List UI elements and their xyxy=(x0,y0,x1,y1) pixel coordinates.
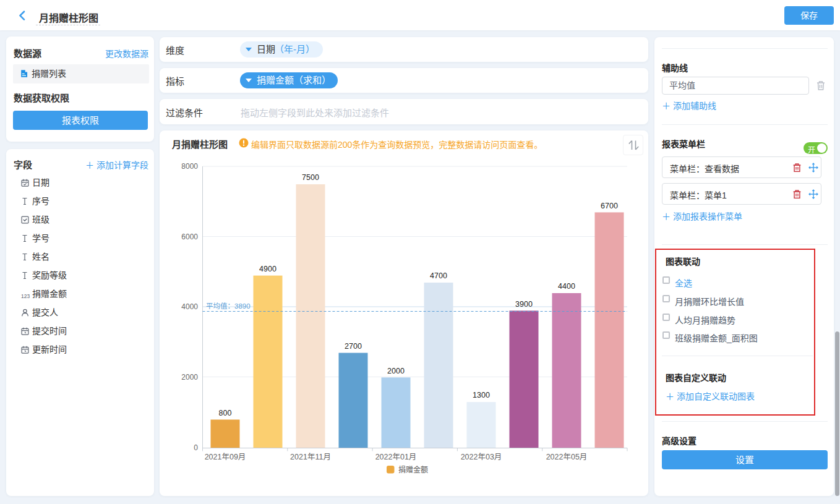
svg-text:2021年11月: 2021年11月 xyxy=(290,453,331,461)
svg-text:4900: 4900 xyxy=(259,265,276,273)
svg-text:2700: 2700 xyxy=(345,342,362,351)
svg-text:2022年03月: 2022年03月 xyxy=(461,453,502,461)
svg-text:3900: 3900 xyxy=(515,300,533,309)
svg-text:4700: 4700 xyxy=(430,271,447,280)
svg-text:6700: 6700 xyxy=(601,202,618,210)
svg-text:2000: 2000 xyxy=(181,373,198,382)
svg-text:2022年05月: 2022年05月 xyxy=(546,453,588,461)
svg-text:2022年01月: 2022年01月 xyxy=(375,453,417,461)
svg-text:捐赠金额: 捐赠金额 xyxy=(398,465,428,474)
svg-text:4400: 4400 xyxy=(558,282,575,291)
svg-text:1300: 1300 xyxy=(473,391,490,399)
svg-text:6000: 6000 xyxy=(181,233,198,241)
svg-text:8000: 8000 xyxy=(181,162,198,171)
svg-text:2021年09月: 2021年09月 xyxy=(205,453,246,461)
svg-text:2000: 2000 xyxy=(387,367,405,375)
svg-text:0: 0 xyxy=(194,443,198,452)
svg-text:7500: 7500 xyxy=(302,173,319,182)
svg-text:4000: 4000 xyxy=(181,302,198,311)
svg-text:平均值：3890: 平均值：3890 xyxy=(206,302,251,310)
svg-text:800: 800 xyxy=(219,409,232,417)
